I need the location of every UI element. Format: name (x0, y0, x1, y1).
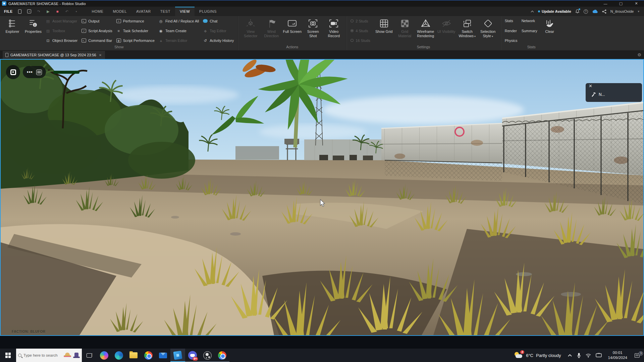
tab-test[interactable]: TEST (156, 7, 175, 16)
wind-direction-button[interactable]: Wind Direction (261, 17, 282, 44)
clock-widget[interactable]: 00:01 14/09/2024 (605, 350, 630, 360)
video-record-icon (329, 18, 338, 29)
edge-button[interactable] (111, 349, 126, 362)
open-file-icon[interactable]: › (26, 9, 32, 14)
activity-history-button[interactable]: ↺Activity History (203, 37, 234, 44)
render-button[interactable]: Render (505, 28, 518, 34)
tab-view[interactable]: VIEW (175, 7, 195, 16)
ui-visibility-button[interactable]: UI Visibility (436, 17, 457, 44)
stop-icon[interactable]: ■ (55, 9, 60, 14)
roblox-menu-button[interactable] (6, 65, 20, 79)
explorer-button[interactable]: Explorer (2, 17, 23, 44)
ribbon-tabs: HOME MODEL AVATAR TEST VIEW PLUGINS (87, 7, 221, 16)
more-options-icon[interactable]: ••• (27, 69, 33, 75)
copilot-button[interactable] (97, 349, 111, 362)
file-menu[interactable]: FILE (0, 7, 16, 16)
chat-button[interactable]: ···Chat (203, 18, 234, 24)
studs-4-radio[interactable]: 4 Studs (351, 27, 370, 34)
notification-close-icon[interactable]: ✕ (589, 83, 592, 88)
play-icon[interactable]: ▶ (45, 9, 51, 14)
chrome-button[interactable] (141, 349, 156, 362)
weather-widget[interactable]: 2 6°C Partly cloudy (511, 351, 564, 359)
microphone-icon[interactable] (577, 353, 581, 358)
tab-home[interactable]: HOME (87, 7, 108, 16)
summary-button[interactable]: Summary (522, 28, 537, 34)
title-bar: GAMEMASTER SHOWCASE - Roblox Studio — ▢ … (0, 0, 644, 7)
task-view-button[interactable] (82, 349, 97, 362)
switch-windows-button[interactable]: Switch Windows▾ (457, 17, 478, 44)
clear-stats-button[interactable]: Clear (539, 17, 560, 44)
update-available-button[interactable]: Update Available (538, 9, 571, 13)
tag-editor-button[interactable]: ◆Tag Editor (203, 27, 234, 34)
physics-button[interactable]: Physics (505, 38, 518, 44)
mail-button[interactable] (156, 349, 170, 362)
network-button[interactable]: Network (522, 18, 537, 24)
username[interactable]: N_itrousOxide (610, 9, 634, 13)
cloud-sync-icon[interactable] (592, 9, 598, 13)
performance-button[interactable]: ≈Performance (116, 18, 155, 24)
wireframe-rendering-button[interactable]: Wireframe Rendering (415, 17, 436, 44)
obs-button[interactable] (200, 349, 215, 362)
find-all-button[interactable]: ◎Find All / Replace All (159, 18, 199, 24)
asset-manager-button[interactable]: ▤Asset Manager (46, 18, 77, 24)
document-tab-label: GAMEMASTER SHOWCASE @ 13 Sep 2024 23:56 (10, 53, 96, 57)
discord-button[interactable]: 9+ (185, 349, 200, 362)
stats-button[interactable]: Stats (505, 18, 518, 24)
tab-avatar[interactable]: AVATAR (131, 7, 156, 16)
tab-model[interactable]: MODEL (108, 7, 131, 16)
viewport-settings-gear-icon[interactable]: ⚙ (637, 52, 641, 57)
clock-date: 14/09/2024 (608, 355, 627, 360)
share-icon[interactable] (602, 9, 606, 14)
notifications-bell-icon[interactable] (575, 9, 580, 14)
collapse-ribbon-icon[interactable] (531, 10, 534, 13)
show-grid-button[interactable]: Show Grid (374, 17, 394, 44)
video-record-button[interactable]: Video Record (323, 17, 344, 44)
user-menu-caret-icon[interactable]: ▾ (638, 10, 639, 13)
studs-16-radio[interactable]: 16 Studs (351, 37, 370, 44)
playerlist-icon[interactable] (36, 69, 42, 75)
full-screen-button[interactable]: Full Screen (282, 17, 303, 44)
start-button[interactable] (0, 349, 16, 362)
weather-desc: Partly cloudy (536, 353, 561, 358)
tray-chevron-icon[interactable] (568, 354, 572, 357)
grid-material-button[interactable]: Grid Material (394, 17, 415, 44)
team-create-button[interactable]: ◉Team Create (159, 27, 199, 34)
search-input[interactable]: Type here to search (16, 349, 82, 362)
redo-icon[interactable]: ↷ (36, 9, 41, 14)
maximize-button[interactable]: ▢ (613, 0, 629, 7)
tab-close-icon[interactable]: ✕ (98, 53, 102, 57)
new-file-icon[interactable] (17, 9, 22, 14)
update-dot-icon (538, 10, 540, 12)
notification-panel[interactable]: ✕ N... (586, 83, 642, 102)
3d-viewport[interactable]: ••• ✕ N... FACTION: BLUFOR (0, 59, 644, 336)
script-analysis-button[interactable]: ✓Script Analysis (82, 27, 112, 34)
selection-style-button[interactable]: Selection Style▾ (478, 17, 498, 44)
notification-center-button[interactable]: 3 (630, 353, 644, 358)
game-hud: ••• (6, 65, 79, 79)
view-selector-button[interactable]: View Selector (240, 17, 261, 44)
toolbox-button[interactable]: ▨Toolbox (46, 27, 77, 34)
screen-shot-button[interactable]: Screen Shot (303, 17, 323, 44)
command-bar-button[interactable]: >_Command Bar (82, 37, 112, 44)
document-tab[interactable]: GAMEMASTER SHOWCASE @ 13 Sep 2024 23:56 … (3, 51, 105, 59)
terrain-editor-button[interactable]: ▲Terrain Editor (159, 37, 199, 44)
close-button[interactable]: ✕ (629, 0, 644, 7)
properties-button[interactable]: i Properties (23, 17, 44, 44)
wifi-icon[interactable] (586, 353, 591, 358)
roblox-studio-taskbar-button[interactable] (170, 349, 185, 362)
script-performance-button[interactable]: ▥Script Performance (116, 37, 155, 44)
undo-icon[interactable]: ↶ (64, 9, 69, 14)
chrome-profile-button[interactable] (215, 349, 229, 362)
help-icon[interactable]: ? (584, 9, 588, 14)
output-button[interactable]: >_Output (82, 18, 112, 24)
cast-icon[interactable] (596, 353, 602, 358)
studs-2-radio[interactable]: 2 Studs (351, 18, 370, 24)
obs-icon (203, 351, 212, 360)
minimize-button[interactable]: — (598, 0, 613, 7)
file-explorer-button[interactable] (126, 349, 141, 362)
tab-plugins[interactable]: PLUGINS (195, 7, 221, 16)
object-browser-button[interactable]: ⊡Object Browser (46, 37, 77, 44)
quick-access-customize-icon[interactable]: ▾ (73, 9, 79, 14)
copilot-icon (100, 351, 108, 360)
task-scheduler-button[interactable]: ≡Task Scheduler (116, 27, 155, 34)
